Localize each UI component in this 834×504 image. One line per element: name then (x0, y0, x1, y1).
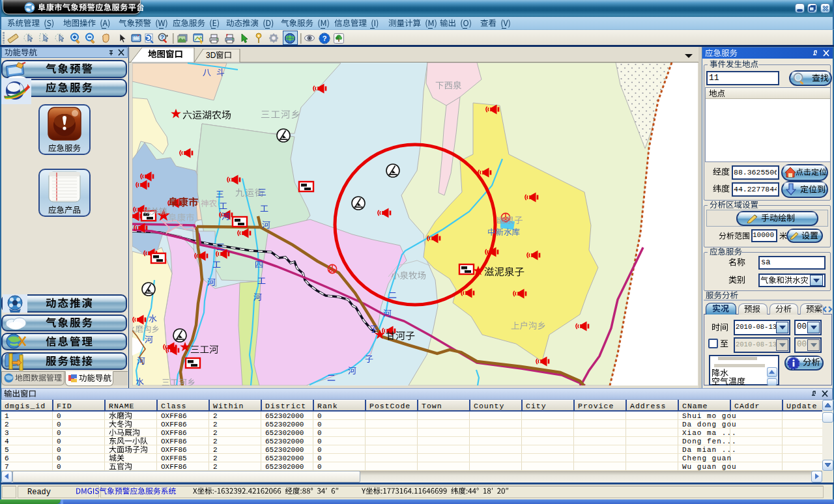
svg-text:?: ? (323, 35, 327, 42)
